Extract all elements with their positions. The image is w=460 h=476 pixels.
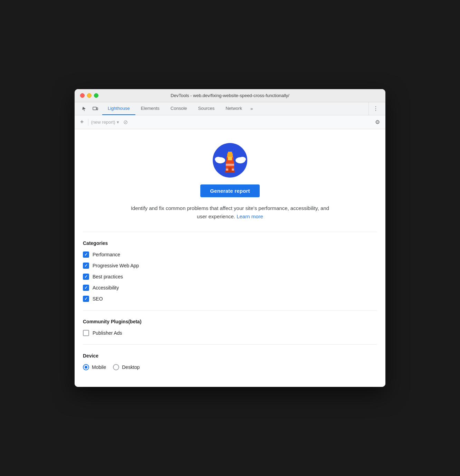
mobile-radio[interactable] — [83, 364, 89, 370]
tab-network[interactable]: Network — [220, 102, 248, 115]
secondary-bar: + (new report) ▾ ⊘ ⚙ — [75, 115, 385, 129]
cursor-tool-button[interactable] — [80, 105, 88, 113]
tab-bar-right: ⋮ — [368, 102, 383, 115]
svg-rect-1 — [97, 108, 98, 110]
tab-elements[interactable]: Elements — [135, 102, 165, 115]
dropdown-icon: ▾ — [117, 120, 119, 125]
category-seo[interactable]: ✓ SEO — [83, 296, 377, 302]
add-report-button[interactable]: + — [79, 118, 85, 126]
svg-point-4 — [215, 157, 222, 162]
svg-rect-15 — [228, 167, 232, 171]
divider — [88, 119, 88, 126]
secondary-bar-right: ⚙ — [374, 117, 381, 127]
device-toggle-button[interactable] — [91, 105, 99, 113]
learn-more-link[interactable]: Learn more — [237, 213, 263, 219]
device-icon — [93, 106, 98, 112]
seo-label: SEO — [93, 296, 103, 302]
cancel-icon[interactable]: ⊘ — [123, 119, 128, 125]
category-performance[interactable]: ✓ Performance — [83, 251, 377, 258]
report-name: (new report) — [91, 120, 115, 125]
plugin-publisher-ads[interactable]: Publisher Ads — [83, 330, 377, 336]
lighthouse-logo — [213, 143, 247, 178]
mobile-label: Mobile — [92, 364, 106, 370]
device-desktop[interactable]: Desktop — [113, 364, 140, 370]
devtools-window: DevTools - web.dev/fixing-website-speed-… — [75, 89, 385, 387]
main-content: Generate report Identify and fix common … — [75, 129, 385, 387]
best-practices-label: Best practices — [93, 274, 123, 279]
close-button[interactable] — [80, 93, 85, 98]
traffic-lights — [80, 93, 98, 98]
svg-rect-8 — [226, 164, 234, 166]
publisher-ads-checkbox[interactable] — [83, 330, 89, 336]
title-bar: DevTools - web.dev/fixing-website-speed-… — [75, 89, 385, 102]
best-practices-checkbox[interactable]: ✓ — [83, 274, 89, 280]
device-radio-group: Mobile Desktop — [83, 364, 377, 370]
performance-label: Performance — [93, 252, 120, 257]
more-options-button[interactable]: ⋮ — [372, 104, 380, 113]
pwa-label: Progressive Web App — [93, 263, 139, 268]
hero-section: Generate report Identify and fix common … — [83, 143, 377, 232]
accessibility-checkbox[interactable]: ✓ — [83, 285, 89, 291]
report-selector[interactable]: (new report) ▾ — [91, 120, 119, 125]
tab-sources[interactable]: Sources — [193, 102, 220, 115]
settings-button[interactable]: ⚙ — [374, 117, 381, 127]
category-pwa[interactable]: ✓ Progressive Web App — [83, 263, 377, 269]
categories-section: Categories ✓ Performance ✓ Progressive W… — [83, 232, 377, 311]
community-plugins-title: Community Plugins(beta) — [83, 319, 377, 324]
mobile-radio-dot — [85, 366, 87, 369]
performance-checkbox[interactable]: ✓ — [83, 251, 89, 258]
window-title: DevTools - web.dev/fixing-website-speed-… — [171, 93, 289, 98]
accessibility-label: Accessibility — [93, 285, 119, 291]
tabs-list: Lighthouse Elements Console Sources Netw… — [102, 102, 368, 115]
svg-point-6 — [239, 157, 246, 162]
tab-bar-tools — [77, 102, 102, 115]
seo-checkbox[interactable]: ✓ — [83, 296, 89, 302]
svg-rect-13 — [228, 157, 232, 160]
tab-lighthouse[interactable]: Lighthouse — [102, 102, 135, 115]
svg-rect-12 — [228, 152, 232, 154]
device-mobile[interactable]: Mobile — [83, 364, 106, 370]
desktop-label: Desktop — [122, 364, 140, 370]
minimize-button[interactable] — [87, 93, 92, 98]
cursor-icon — [82, 106, 87, 112]
tab-bar: Lighthouse Elements Console Sources Netw… — [75, 102, 385, 115]
generate-report-button[interactable]: Generate report — [200, 184, 260, 197]
tab-console[interactable]: Console — [165, 102, 193, 115]
maximize-button[interactable] — [94, 93, 98, 98]
pwa-checkbox[interactable]: ✓ — [83, 263, 89, 269]
hero-description: Identify and fix common problems that af… — [130, 204, 330, 221]
device-title: Device — [83, 353, 377, 359]
desktop-radio[interactable] — [113, 364, 119, 370]
device-section: Device Mobile Desktop — [83, 345, 377, 373]
publisher-ads-label: Publisher Ads — [93, 330, 122, 336]
categories-title: Categories — [83, 240, 377, 246]
category-best-practices[interactable]: ✓ Best practices — [83, 274, 377, 280]
category-accessibility[interactable]: ✓ Accessibility — [83, 285, 377, 291]
more-tabs-button[interactable]: » — [248, 102, 256, 115]
svg-rect-0 — [93, 107, 96, 110]
community-plugins-section: Community Plugins(beta) Publisher Ads — [83, 311, 377, 345]
